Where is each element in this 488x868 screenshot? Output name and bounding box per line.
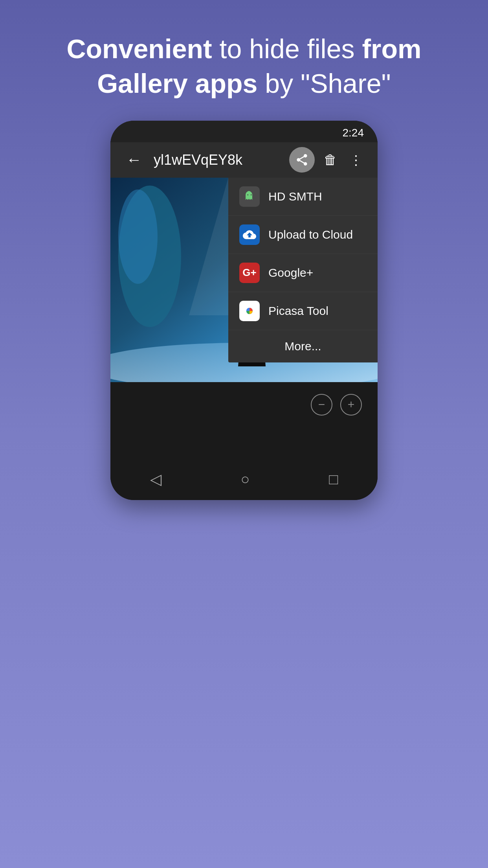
share-dropdown-menu: HD SMTH Upload to Cloud G+ Google+	[228, 178, 378, 362]
ghost-icon	[243, 190, 256, 203]
headline-bold-3: Gallery apps	[97, 68, 257, 98]
status-bar: 2:24	[110, 121, 378, 142]
more-options-button[interactable]: ⋮	[346, 150, 366, 170]
upload-cloud-icon	[239, 224, 260, 245]
picasa-logo-icon	[242, 304, 257, 318]
googleplus-label: Google+	[268, 266, 313, 280]
back-button[interactable]: ←	[122, 147, 146, 173]
hdsmth-label: HD SMTH	[268, 190, 322, 203]
content-area: HD SMTH Upload to Cloud G+ Google+	[110, 178, 378, 382]
share-item-googleplus[interactable]: G+ Google+	[228, 254, 378, 292]
android-recent-button[interactable]	[329, 471, 338, 488]
zoom-in-button[interactable]: +	[340, 394, 362, 416]
app-bar: ← yl1wEVqEY8k 🗑 ⋮	[110, 142, 378, 178]
share-more-button[interactable]: More...	[228, 330, 378, 362]
share-item-hdsmth[interactable]: HD SMTH	[228, 178, 378, 216]
headline-bold-1: Convenient	[66, 34, 212, 64]
more-label: More...	[284, 340, 321, 353]
bottom-area: − +	[110, 382, 378, 461]
picasa-icon	[239, 301, 260, 321]
zoom-out-button[interactable]: −	[311, 394, 332, 416]
headline-text: Convenient to hide files from Gallery ap…	[35, 0, 453, 121]
googleplus-icon: G+	[239, 263, 260, 283]
phone-mockup: 2:24 ← yl1wEVqEY8k 🗑 ⋮	[110, 121, 378, 500]
hdsmth-icon	[239, 186, 260, 207]
delete-button[interactable]: 🗑	[321, 150, 340, 169]
share-icon	[295, 153, 309, 167]
toolbar-icons: 🗑 ⋮	[289, 147, 366, 173]
status-time: 2:24	[343, 127, 364, 139]
android-nav-bar	[110, 461, 378, 500]
upload-cloud-label: Upload to Cloud	[268, 228, 353, 241]
share-item-picasa[interactable]: Picasa Tool	[228, 292, 378, 330]
share-item-upload-cloud[interactable]: Upload to Cloud	[228, 216, 378, 254]
svg-point-4	[118, 189, 158, 284]
headline-bold-2: from	[362, 34, 421, 64]
picasa-label: Picasa Tool	[268, 304, 328, 318]
app-title: yl1wEVqEY8k	[154, 152, 281, 168]
cloud-upload-icon	[243, 228, 256, 241]
android-home-button[interactable]	[241, 471, 250, 488]
android-back-button[interactable]	[150, 471, 161, 488]
zoom-controls: − +	[110, 382, 378, 419]
share-button[interactable]	[289, 147, 315, 173]
gplus-text: G+	[242, 267, 256, 279]
